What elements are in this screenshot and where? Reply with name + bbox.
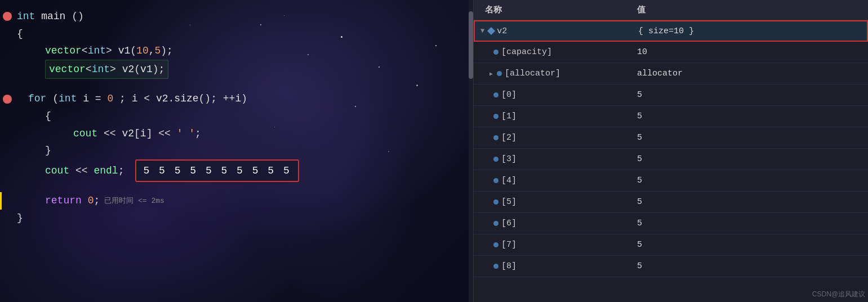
code-text-cout1: cout << v2[i] << ' '; (73, 125, 201, 143)
code-line-empty1 (0, 79, 473, 90)
idx3-icon (493, 157, 498, 162)
code-line-brace-final: } (0, 210, 473, 227)
expand-arrow-v2[interactable]: ▼ (480, 27, 484, 35)
debug-col-name: 名称 (474, 3, 631, 16)
code-text-for: for (int i = 0 ; i < v2.size(); ++i) (28, 90, 247, 108)
idx2-label: [2] (501, 133, 517, 143)
code-text-brace2: { (45, 108, 51, 125)
debug-row-idx8-value: 5 (631, 258, 868, 274)
code-text-cout-endl: cout << endl; (45, 162, 124, 180)
idx4-label: [4] (501, 176, 517, 185)
debug-row-capacity[interactable]: [capacity] 10 (474, 42, 868, 63)
code-text-v2: vector<int> v2(v1); (45, 60, 168, 79)
debug-row-allocator[interactable]: ▶ [allocator] allocator (474, 63, 868, 85)
code-line-return: return 0; 已用时间 <= 2ms (0, 192, 473, 210)
debug-row-allocator-value: allocator (631, 65, 868, 82)
debug-panel: 名称 值 ▼ v2 { size=10 } [capacity] 10 ▶ (473, 0, 868, 302)
scrollbar-thumb[interactable] (469, 11, 473, 79)
code-content: int main () { vector<int> v1(10,5); vect… (0, 0, 473, 233)
capacity-label: [capacity] (501, 47, 552, 57)
idx8-label: [8] (501, 261, 517, 271)
debug-row-idx4-value: 5 (631, 172, 868, 189)
breakpoint-main (3, 12, 12, 21)
code-editor: int main () { vector<int> v1(10,5); vect… (0, 0, 473, 302)
code-text-brace1: { (17, 25, 23, 43)
debug-rows: ▼ v2 { size=10 } [capacity] 10 ▶ [alloca… (474, 20, 868, 302)
program-output: 5 5 5 5 5 5 5 5 5 5 (135, 159, 299, 183)
debug-row-v2[interactable]: ▼ v2 { size=10 } (474, 20, 868, 42)
debug-row-idx6-value: 5 (631, 215, 868, 232)
debug-row-idx1-value: 5 (631, 108, 868, 125)
watermark: CSDN@追风建议 (812, 290, 865, 299)
idx7-label: [7] (501, 240, 517, 250)
debug-row-idx1[interactable]: [1] 5 (474, 106, 868, 127)
debug-row-idx4[interactable]: [4] 5 (474, 170, 868, 192)
debug-row-idx7-value: 5 (631, 237, 868, 253)
code-line-brace1: { (0, 25, 473, 43)
code-text-main: int main () (17, 8, 84, 25)
debug-row-idx3[interactable]: [3] 5 (474, 149, 868, 170)
idx3-label: [3] (501, 154, 517, 164)
idx6-icon (493, 221, 498, 226)
idx6-label: [6] (501, 219, 517, 228)
code-line-empty2 (0, 182, 473, 192)
code-line-brace2: { (0, 108, 473, 125)
idx8-icon (493, 264, 498, 269)
code-text-brace3: } (45, 142, 51, 159)
idx2-icon (493, 135, 498, 140)
timing-text: 已用时间 <= 2ms (104, 195, 164, 207)
idx1-icon (493, 114, 498, 119)
debug-row-v2-value: { size=10 } (633, 23, 867, 39)
debug-row-idx7[interactable]: [7] 5 (474, 234, 868, 256)
idx4-icon (493, 178, 498, 183)
code-line-for: for (int i = 0 ; i < v2.size(); ++i) (0, 90, 473, 108)
code-scrollbar[interactable] (469, 0, 473, 302)
debug-row-idx2[interactable]: [2] 5 (474, 127, 868, 149)
code-line-main: int main () (0, 8, 473, 25)
debug-row-idx2-value: 5 (631, 130, 868, 146)
debug-row-idx0-value: 5 (631, 87, 868, 103)
code-text-v1: vector<int> v1(10,5); (45, 42, 173, 60)
idx5-icon (493, 199, 498, 205)
allocator-label: [allocator] (505, 69, 560, 78)
idx0-label: [0] (501, 90, 517, 100)
code-text-brace-final: } (17, 210, 23, 227)
debug-col-value: 值 (631, 3, 868, 16)
debug-row-v2-name: ▼ v2 (475, 23, 633, 39)
debug-row-idx0[interactable]: [0] 5 (474, 85, 868, 106)
debug-header: 名称 值 (474, 0, 868, 20)
debug-row-capacity-name: [capacity] (474, 44, 631, 60)
idx7-icon (493, 242, 498, 247)
v2-label: v2 (497, 26, 507, 36)
debug-row-idx3-value: 5 (631, 151, 868, 167)
code-line-cout-endl: cout << endl; 5 5 5 5 5 5 5 5 5 5 (0, 159, 473, 183)
expand-arrow-allocator[interactable]: ▶ (489, 70, 493, 77)
idx5-label: [5] (501, 197, 517, 207)
code-text-return: return 0; (45, 192, 100, 210)
idx0-icon (493, 92, 498, 97)
code-line-v1: vector<int> v1(10,5); (0, 42, 473, 60)
code-line-brace3: } (0, 142, 473, 159)
debug-marker (0, 192, 2, 210)
debug-row-capacity-value: 10 (631, 44, 868, 60)
debug-row-allocator-name: ▶ [allocator] (474, 65, 631, 82)
debug-row-idx5-value: 5 (631, 194, 868, 210)
debug-row-idx6[interactable]: [6] 5 (474, 213, 868, 234)
idx1-label: [1] (501, 112, 517, 121)
capacity-icon (493, 50, 498, 55)
code-line-cout1: cout << v2[i] << ' '; (0, 125, 473, 143)
allocator-icon (497, 71, 502, 76)
v2-icon (487, 27, 495, 35)
breakpoint-for (3, 95, 12, 104)
debug-row-idx8[interactable]: [8] 5 (474, 256, 868, 277)
debug-row-idx5[interactable]: [5] 5 (474, 192, 868, 213)
code-line-v2: vector<int> v2(v1); (0, 60, 473, 79)
